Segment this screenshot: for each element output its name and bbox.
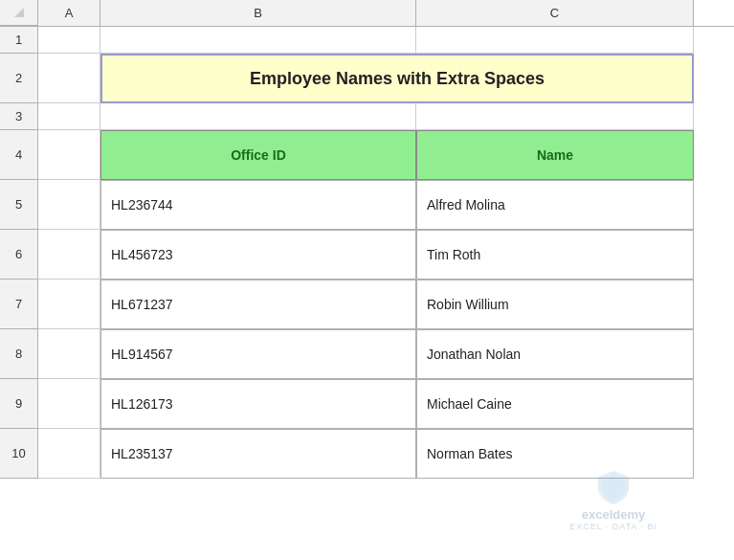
cell-8c-name: Jonathan Nolan [416,329,694,379]
cell-8b-office-id: HL914567 [100,329,416,379]
cell-5a [38,180,100,230]
cell-4a [38,130,100,180]
corner-cell [0,0,38,26]
row-num-6: 6 [0,230,38,280]
row-num-2: 2 [0,54,38,103]
cell-7c-name: Robin Willium [416,280,694,329]
row-9: 9 HL126173 Michael Caine [0,379,734,429]
row-num-8: 8 [0,329,38,379]
row-num-5: 5 [0,180,38,230]
corner-triangle-icon [14,8,24,17]
cell-8a [38,329,100,379]
cell-6a [38,230,100,280]
col-header-office-id: Office ID [100,130,416,180]
cell-10a [38,429,100,479]
row-6: 6 HL456723 Tim Roth [0,230,734,280]
svg-marker-0 [14,8,24,17]
cell-3c [416,103,694,130]
col-header-c: C [416,0,694,26]
row-3: 3 [0,103,734,130]
cell-10c-name: Norman Bates [416,429,694,479]
row-num-3: 3 [0,103,38,130]
cell-3b [100,103,416,130]
cell-5b-office-id: HL236744 [100,180,416,230]
spreadsheet: A B C 1 2 Employee Names with Extra Spac… [0,0,734,560]
row-num-9: 9 [0,379,38,429]
row-4: 4 Office ID Name [0,130,734,180]
cell-6b-office-id: HL456723 [100,230,416,280]
row-num-10: 10 [0,429,38,479]
spreadsheet-title: Employee Names with Extra Spaces [100,54,694,103]
col-header-name: Name [416,130,694,180]
column-headers: A B C [0,0,734,27]
row-5: 5 HL236744 Alfred Molina [0,180,734,230]
cell-2a [38,54,100,103]
row-8: 8 HL914567 Jonathan Nolan [0,329,734,379]
cell-1c [416,27,694,54]
cell-7a [38,280,100,329]
col-header-a: A [38,0,100,26]
cell-9c-name: Michael Caine [416,379,694,429]
cell-7b-office-id: HL671237 [100,280,416,329]
row-7: 7 HL671237 Robin Willium [0,280,734,329]
row-1: 1 [0,27,734,54]
cell-5c-name: Alfred Molina [416,180,694,230]
cell-10b-office-id: HL235137 [100,429,416,479]
cell-1b [100,27,416,54]
row-num-4: 4 [0,130,38,180]
row-num-1: 1 [0,27,38,54]
row-2: 2 Employee Names with Extra Spaces [0,54,734,103]
cell-9a [38,379,100,429]
row-10: 10 HL235137 Norman Bates [0,429,734,479]
cell-3a [38,103,100,130]
cell-1a [38,27,100,54]
col-header-b: B [100,0,416,26]
row-num-7: 7 [0,280,38,329]
cell-9b-office-id: HL126173 [100,379,416,429]
rows-container: 1 2 Employee Names with Extra Spaces 3 4… [0,27,734,560]
cell-6c-name: Tim Roth [416,230,694,280]
